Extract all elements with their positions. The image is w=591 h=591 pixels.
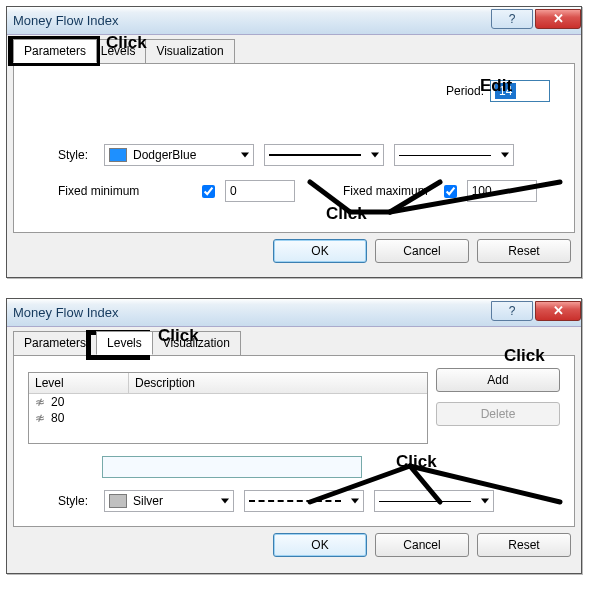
line-style-combo[interactable] xyxy=(264,144,384,166)
tab-strip: Parameters Levels Visualization xyxy=(7,327,581,355)
fixed-max-value: 100 xyxy=(472,184,492,198)
chevron-down-icon xyxy=(481,499,489,504)
fixed-max-label: Fixed maximum xyxy=(343,184,428,198)
style-label: Style: xyxy=(28,148,88,162)
table-header: Level Description xyxy=(29,373,427,394)
fixed-max-checkbox[interactable] xyxy=(444,185,457,198)
fixed-min-value: 0 xyxy=(230,184,237,198)
level-icon: ≉ xyxy=(35,395,45,409)
tab-visualization[interactable]: Visualization xyxy=(152,331,241,355)
parameters-panel: Period: 14 Style: DodgerBlue Fixed xyxy=(13,63,575,233)
table-row[interactable]: ≉ 20 xyxy=(29,394,427,410)
dialog-mfi-parameters: Money Flow Index ? ✕ Parameters Colors L… xyxy=(6,6,582,278)
dialog-mfi-levels: Money Flow Index ? ✕ Parameters Levels V… xyxy=(6,298,582,574)
line-width-combo[interactable] xyxy=(394,144,514,166)
chevron-down-icon xyxy=(351,499,359,504)
tab-strip: Parameters Colors Levels Visualization xyxy=(7,35,581,63)
color-name: DodgerBlue xyxy=(133,148,196,162)
delete-button: Delete xyxy=(436,402,560,426)
levels-table[interactable]: Level Description ≉ 20 ≉ 80 xyxy=(28,372,428,444)
tab-parameters[interactable]: Parameters xyxy=(13,39,97,63)
close-button[interactable]: ✕ xyxy=(535,9,581,29)
help-icon: ? xyxy=(509,12,516,26)
chevron-down-icon xyxy=(221,499,229,504)
period-value: 14 xyxy=(495,83,516,99)
tab-parameters[interactable]: Parameters xyxy=(13,331,97,355)
dialog-button-row: OK Cancel Reset xyxy=(7,239,581,271)
reset-button[interactable]: Reset xyxy=(477,533,571,557)
period-label: Period: xyxy=(446,84,484,98)
help-icon: ? xyxy=(509,304,516,318)
fixed-max-input[interactable]: 100 xyxy=(467,180,537,202)
chevron-down-icon xyxy=(371,153,379,158)
help-button[interactable]: ? xyxy=(491,301,533,321)
table-row[interactable]: ≉ 80 xyxy=(29,410,427,426)
line-style-combo[interactable] xyxy=(244,490,364,512)
level-value: 80 xyxy=(51,411,64,425)
close-icon: ✕ xyxy=(553,11,564,26)
dialog-title: Money Flow Index xyxy=(7,13,491,28)
color-swatch xyxy=(109,148,127,162)
style-label: Style: xyxy=(28,494,88,508)
tab-levels[interactable]: Levels xyxy=(90,39,147,63)
period-input[interactable]: 14 xyxy=(490,80,550,102)
color-combo[interactable]: Silver xyxy=(104,490,234,512)
fixed-min-label: Fixed minimum xyxy=(58,184,186,198)
levels-side-buttons: Add Delete xyxy=(436,368,560,436)
line-sample-icon xyxy=(249,500,341,502)
dialog-button-row: OK Cancel Reset xyxy=(7,533,581,565)
level-value: 20 xyxy=(51,395,64,409)
titlebar[interactable]: Money Flow Index ? ✕ xyxy=(7,7,581,35)
tab-levels[interactable]: Levels xyxy=(96,331,153,355)
dialog-title: Money Flow Index xyxy=(7,305,491,320)
cancel-button[interactable]: Cancel xyxy=(375,533,469,557)
reset-button[interactable]: Reset xyxy=(477,239,571,263)
fixed-min-input[interactable]: 0 xyxy=(225,180,295,202)
tab-visualization[interactable]: Visualization xyxy=(145,39,234,63)
line-sample-icon xyxy=(269,154,361,156)
color-combo[interactable]: DodgerBlue xyxy=(104,144,254,166)
add-button[interactable]: Add xyxy=(436,368,560,392)
level-icon: ≉ xyxy=(35,411,45,425)
chevron-down-icon xyxy=(241,153,249,158)
fixed-min-checkbox[interactable] xyxy=(202,185,215,198)
header-description[interactable]: Description xyxy=(129,373,427,393)
levels-panel: Level Description ≉ 20 ≉ 80 Add Delete S… xyxy=(13,355,575,527)
close-button[interactable]: ✕ xyxy=(535,301,581,321)
chevron-down-icon xyxy=(501,153,509,158)
color-swatch xyxy=(109,494,127,508)
ok-button[interactable]: OK xyxy=(273,239,367,263)
close-icon: ✕ xyxy=(553,303,564,318)
header-level[interactable]: Level xyxy=(29,373,129,393)
color-name: Silver xyxy=(133,494,163,508)
line-width-combo[interactable] xyxy=(374,490,494,512)
ok-button[interactable]: OK xyxy=(273,533,367,557)
line-sample-icon xyxy=(379,501,471,502)
help-button[interactable]: ? xyxy=(491,9,533,29)
line-sample-icon xyxy=(399,155,491,156)
selection-box[interactable] xyxy=(102,456,362,478)
cancel-button[interactable]: Cancel xyxy=(375,239,469,263)
titlebar[interactable]: Money Flow Index ? ✕ xyxy=(7,299,581,327)
